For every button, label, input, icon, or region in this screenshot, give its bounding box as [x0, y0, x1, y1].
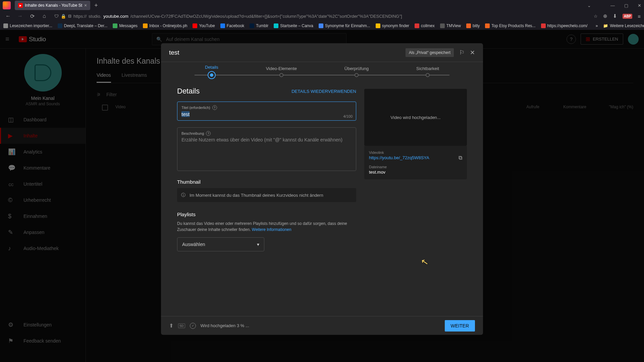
feedback-icon[interactable]: ⚐ [459, 49, 465, 56]
thumbnail-heading: Thumbnail [177, 179, 356, 185]
copy-icon[interactable]: ⧉ [459, 155, 462, 161]
url-bar: ← → ⟳ ⌂ 🛡 🔒 ⊟ https://studio.youtube.com… [0, 11, 644, 21]
toolbar-icons: ⊕ ⬇ ABP ≡ [603, 13, 641, 19]
step-elements[interactable]: Video-Elemente [266, 66, 297, 77]
pocket-icon[interactable]: ⊕ [603, 13, 607, 19]
modal-footer: ⬆ SD ✓ Wird hochgeladen 3 % ... WEITER [161, 316, 483, 335]
bookmark-favicon [220, 23, 225, 28]
browser-tab[interactable]: ▶ Inhalte des Kanals - YouTube St × [15, 1, 90, 10]
help-icon[interactable]: ? [212, 105, 217, 110]
shield-icon: 🛡 [54, 14, 59, 19]
bookmark-item[interactable]: https://speechelo.com/ [541, 23, 588, 28]
upload-status: Wird hochgeladen 3 % ... [201, 323, 249, 328]
close-window-icon[interactable]: ✕ [638, 3, 641, 8]
videolink-label: Videolink [369, 150, 429, 155]
forward-button: → [15, 11, 25, 21]
filename-value: test.mov [369, 170, 462, 175]
playlists-desc: Du kannst das Video einer oder mehreren … [177, 221, 356, 233]
playlists-heading: Playlists [177, 212, 356, 217]
filename-label: Dateiname [369, 165, 462, 169]
permission-icon: ⊟ [68, 14, 71, 18]
bookmarks-bar: Lesezeichen importier...DeepL Translate … [0, 21, 644, 30]
bookmark-item[interactable]: DeepL Translate – Der... [58, 23, 108, 28]
video-preview: Video wird hochgeladen... [364, 89, 467, 146]
bookmark-star-icon[interactable]: ☆ [594, 14, 598, 19]
title-bar: ▶ Inhalte des Kanals - YouTube St × + ⌄ … [0, 0, 644, 11]
chevron-down-icon[interactable]: ⌄ [587, 3, 591, 8]
bookmark-item[interactable]: Messages [113, 23, 138, 28]
upload-icon: ⬆ [169, 322, 173, 329]
next-button[interactable]: WEITER [445, 320, 475, 331]
upload-stepper: Details Video-Elemente Überprüfung Sicht… [161, 62, 483, 81]
downloads-icon[interactable]: ⬇ [613, 13, 617, 19]
reuse-details-button[interactable]: DETAILS WIEDERVERWENDEN [291, 89, 356, 94]
sd-badge: SD [178, 323, 185, 328]
bookmark-favicon [193, 23, 197, 28]
browser-chrome: ▶ Inhalte des Kanals - YouTube St × + ⌄ … [0, 0, 644, 30]
bookmark-item[interactable]: Lesezeichen importier... [3, 23, 52, 28]
bookmark-favicon [466, 23, 471, 28]
bookmark-item[interactable]: Tumblr [250, 23, 268, 28]
bookmark-favicon [440, 23, 445, 28]
bookmark-favicon [274, 23, 278, 28]
bookmark-item[interactable]: collmex [415, 23, 435, 28]
bookmark-favicon [415, 23, 419, 28]
info-icon: ⓘ [181, 192, 185, 198]
saved-badge: Als „Privat“ gespeichert [406, 48, 454, 57]
bookmark-favicon [319, 23, 323, 28]
menu-icon[interactable]: ≡ [638, 13, 641, 19]
bookmark-item[interactable]: Startseite – Canva [274, 23, 313, 28]
more-info-link[interactable]: Weitere Informationen [252, 227, 291, 232]
bookmark-item[interactable]: synonym finder [376, 23, 409, 28]
lock-icon: 🔒 [61, 14, 66, 19]
bookmark-favicon [376, 23, 380, 28]
step-visibility[interactable]: Sichtbarkeit [416, 66, 439, 77]
youtube-studio-app: ≡ Studio 🔍 Auf deinem Kanal suchen ? ⊞ E… [0, 30, 644, 362]
upload-modal: test Als „Privat“ gespeichert ⚐ ✕ Detail… [161, 43, 483, 335]
url-input[interactable]: 🛡 🔒 ⊟ https://studio.youtube.com/channel… [52, 11, 600, 21]
modal-title: test [169, 49, 179, 56]
char-count: 4/100 [343, 114, 353, 118]
step-details[interactable]: Details [205, 65, 218, 78]
modal-backdrop: test Als „Privat“ gespeichert ⚐ ✕ Detail… [0, 30, 644, 362]
window-controls: ⌄ ― ▢ ✕ [587, 3, 641, 8]
bookmark-item[interactable]: Inbox - Onlinejobs.ph [143, 23, 187, 28]
bookmark-favicon [58, 23, 62, 28]
new-tab-button[interactable]: + [94, 2, 98, 9]
bookmark-item[interactable]: Top Etsy Products Res... [485, 23, 535, 28]
step-checks[interactable]: Überprüfung [344, 66, 369, 77]
bookmark-favicon [143, 23, 148, 28]
description-input[interactable]: Beschreibung? Erzähle Nutzern etwas über… [177, 127, 356, 171]
reload-button[interactable]: ⟳ [28, 11, 37, 21]
back-button[interactable]: ← [3, 11, 13, 21]
details-heading: Details [177, 87, 200, 96]
home-button[interactable]: ⌂ [40, 11, 49, 21]
thumbnail-info: ⓘ Im Moment kannst du das Thumbnail dein… [177, 188, 356, 202]
modal-body: Details DETAILS WIEDERVERWENDEN Titel (e… [161, 81, 483, 316]
youtube-favicon: ▶ [18, 3, 23, 8]
chevron-down-icon: ▾ [257, 242, 259, 247]
firefox-icon [3, 1, 11, 9]
check-icon: ✓ [190, 323, 196, 329]
bookmark-item[interactable]: TMView [440, 23, 461, 28]
bookmark-item[interactable]: bitly [466, 23, 480, 28]
bookmark-favicon [250, 23, 254, 28]
bookmark-favicon [3, 23, 8, 28]
tab-title: Inhalte des Kanals - YouTube St [25, 3, 82, 8]
bookmark-item[interactable]: Synonyme für Einnahm... [319, 23, 370, 28]
title-input[interactable]: Titel (erforderlich)? test 4/100 [177, 102, 356, 121]
bookmarks-overflow-icon[interactable]: » [596, 23, 598, 28]
minimize-icon[interactable]: ― [610, 3, 615, 8]
playlist-select[interactable]: Auswählen ▾ [177, 237, 264, 251]
bookmark-favicon [113, 23, 117, 28]
abp-icon[interactable]: ABP [623, 14, 632, 19]
close-tab-icon[interactable]: × [84, 3, 87, 8]
maximize-icon[interactable]: ▢ [624, 3, 628, 8]
bookmark-favicon [485, 23, 490, 28]
video-link[interactable]: https://youtu.be/_72zq5W8SYA [369, 155, 429, 160]
more-bookmarks[interactable]: 📁Weitere Lesezeichen [603, 23, 644, 28]
close-modal-icon[interactable]: ✕ [470, 49, 475, 56]
bookmark-item[interactable]: YouTube [193, 23, 215, 28]
help-icon[interactable]: ? [206, 131, 211, 136]
bookmark-item[interactable]: Facebook [220, 23, 245, 28]
